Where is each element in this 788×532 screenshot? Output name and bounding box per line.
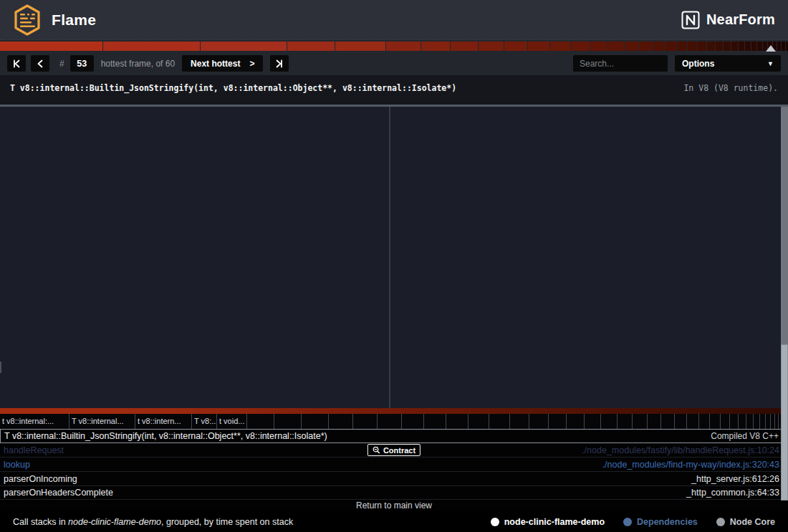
next-hottest-label: Next hottest <box>191 59 240 69</box>
minimap-segment <box>716 42 723 51</box>
flame-cell[interactable]: t v8::internal:... <box>0 414 69 429</box>
flame-cell[interactable] <box>489 414 509 429</box>
minimap-segment <box>739 42 744 51</box>
minimap-segment <box>571 42 590 51</box>
legend-dot-app <box>491 518 499 526</box>
minimap-segments <box>0 42 788 51</box>
flame-cell[interactable] <box>529 414 548 429</box>
flame-cell[interactable] <box>274 414 301 429</box>
flame-children-row: t v8::internal:...T v8::internal...t v8:… <box>0 414 788 429</box>
flame-cell[interactable] <box>352 414 377 429</box>
flame-minimap[interactable] <box>0 39 788 52</box>
flame-cell[interactable] <box>632 414 647 429</box>
flame-cell[interactable] <box>509 414 529 429</box>
vertical-scrollbar <box>781 107 788 500</box>
legend-dot-node-core <box>716 518 725 526</box>
summary-app-name: node-clinic-flame-demo <box>68 517 161 527</box>
stack-frame-name: lookup <box>4 460 30 470</box>
frame-number-input[interactable] <box>70 55 94 72</box>
flame-cell[interactable] <box>548 414 566 429</box>
return-to-main-view-link[interactable]: Return to main view <box>0 500 788 511</box>
stack-row-handle-request[interactable]: handleRequest Contract ./node_modules/fa… <box>0 443 788 458</box>
search-input[interactable] <box>573 55 668 72</box>
flame-cell[interactable] <box>468 414 489 429</box>
flame-cell[interactable] <box>301 414 328 429</box>
flame-cell[interactable] <box>698 414 709 429</box>
zoom-out-icon <box>373 446 380 454</box>
first-frame-button[interactable] <box>7 55 26 72</box>
legend-item-app[interactable]: node-clinic-flame-demo <box>491 517 605 527</box>
minimap-segment <box>386 42 421 51</box>
flame-cell[interactable]: t void... <box>216 414 246 429</box>
minimap-segment <box>782 42 785 51</box>
nearform-brand: NearForm <box>681 11 775 29</box>
prev-frame-button[interactable] <box>31 55 49 72</box>
contract-button[interactable]: Contract <box>367 444 421 456</box>
minimap-segment <box>528 42 549 51</box>
scrollbar-thumb[interactable] <box>781 344 788 500</box>
app-header: Flame NearForm <box>0 0 788 39</box>
stack-frame-detail: Compiled V8 C++ <box>711 431 779 441</box>
stack-row-lookup[interactable]: lookup ./node_modules/find-my-way/index.… <box>0 458 788 472</box>
legend-label: node-clinic-flame-demo <box>504 517 605 527</box>
stack-frame-name: T v8::internal::Builtin_JsonStringify(in… <box>4 431 327 441</box>
flame-cell[interactable] <box>584 414 600 429</box>
flame-cell[interactable] <box>686 414 698 429</box>
flame-cell[interactable] <box>765 414 770 429</box>
summary-prefix: Call stacks in <box>13 517 68 527</box>
page-title: Flame <box>52 11 96 29</box>
flame-cell[interactable] <box>759 414 765 429</box>
flame-cell[interactable] <box>566 414 584 429</box>
selected-frame-message-bar: T v8::internal::Builtin_JsonStringify(in… <box>0 75 788 101</box>
flame-cell[interactable] <box>328 414 352 429</box>
flame-cell[interactable] <box>423 414 446 429</box>
flame-cell[interactable]: T v8:... <box>191 414 216 429</box>
flame-graph-canvas[interactable] <box>0 107 788 408</box>
minimap-segment <box>640 42 653 51</box>
flame-cell[interactable] <box>720 414 729 429</box>
flame-cell[interactable] <box>738 414 746 429</box>
chevron-down-icon: ▼ <box>767 60 774 67</box>
flame-cell[interactable] <box>660 414 674 429</box>
flame-cell[interactable] <box>246 414 274 429</box>
flame-cell[interactable] <box>617 414 632 429</box>
minimap-segment <box>724 42 731 51</box>
stack-frame-detail: _http_server.js:612:26 <box>691 474 779 484</box>
options-label: Options <box>682 59 714 69</box>
flame-cell[interactable] <box>674 414 686 429</box>
stack-frame-detail: _http_common.js:64:33 <box>686 488 779 498</box>
next-hottest-button[interactable]: Next hottest > <box>182 55 263 72</box>
selected-frame-signature: T v8::internal::Builtin_JsonStringify(in… <box>10 83 456 93</box>
nearform-logo-icon <box>681 11 700 29</box>
flame-cell[interactable] <box>600 414 617 429</box>
frame-origin-note: In V8 (V8 runtime). <box>683 83 778 93</box>
flame-cell[interactable] <box>377 414 401 429</box>
last-frame-button[interactable] <box>270 55 289 72</box>
frame-number-hash-label: # <box>59 59 64 69</box>
options-dropdown[interactable]: Options ▼ <box>675 55 781 72</box>
flame-cell[interactable] <box>446 414 468 429</box>
minimap-segment <box>421 42 450 51</box>
minimap-segment <box>590 42 607 51</box>
flame-cell[interactable] <box>401 414 423 429</box>
flame-cell[interactable] <box>746 414 753 429</box>
stack-frame-name: parserOnIncoming <box>4 474 77 484</box>
call-stacks-summary: Call stacks in node-clinic-flame-demo, g… <box>13 517 293 527</box>
flame-cell[interactable] <box>709 414 720 429</box>
minimap-segment <box>479 42 504 51</box>
stack-row-selected-frame[interactable]: T v8::internal::Builtin_JsonStringify(in… <box>0 429 788 443</box>
stack-row-parser-on-incoming[interactable]: parserOnIncoming _http_server.js:612:26 <box>0 472 788 486</box>
flame-cell[interactable]: t v8::intern... <box>135 414 191 429</box>
minimap-segment <box>625 42 639 51</box>
flame-cell[interactable]: T v8::internal... <box>69 414 135 429</box>
flame-cell[interactable] <box>647 414 660 429</box>
minimap-segment <box>707 42 715 51</box>
flame-cell[interactable] <box>729 414 738 429</box>
flame-cell[interactable] <box>753 414 759 429</box>
minimap-segment <box>103 42 200 51</box>
legend-item-dependencies[interactable]: Dependencies <box>623 517 698 527</box>
minimap-segment <box>698 42 706 51</box>
stack-row-parser-on-headers-complete[interactable]: parserOnHeadersComplete _http_common.js:… <box>0 486 788 500</box>
legend-item-node-core[interactable]: Node Core <box>716 517 775 527</box>
minimap-position-caret <box>766 45 776 52</box>
